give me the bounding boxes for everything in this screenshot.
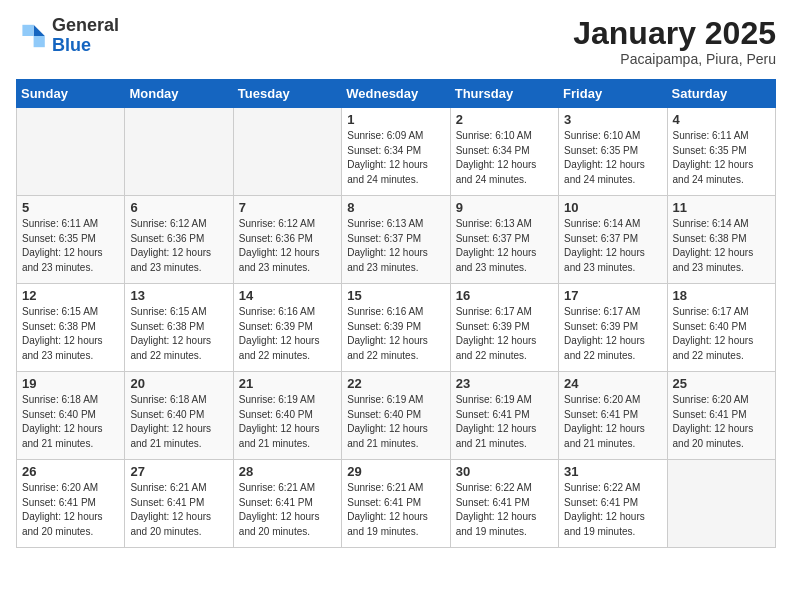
svg-marker-2 bbox=[22, 25, 33, 36]
day-info: Sunrise: 6:20 AM Sunset: 6:41 PM Dayligh… bbox=[22, 481, 119, 539]
calendar-cell: 28Sunrise: 6:21 AM Sunset: 6:41 PM Dayli… bbox=[233, 460, 341, 548]
location-title: Pacaipampa, Piura, Peru bbox=[573, 51, 776, 67]
day-info: Sunrise: 6:18 AM Sunset: 6:40 PM Dayligh… bbox=[22, 393, 119, 451]
day-info: Sunrise: 6:10 AM Sunset: 6:34 PM Dayligh… bbox=[456, 129, 553, 187]
calendar-cell: 5Sunrise: 6:11 AM Sunset: 6:35 PM Daylig… bbox=[17, 196, 125, 284]
calendar-cell: 13Sunrise: 6:15 AM Sunset: 6:38 PM Dayli… bbox=[125, 284, 233, 372]
calendar-week-1: 1Sunrise: 6:09 AM Sunset: 6:34 PM Daylig… bbox=[17, 108, 776, 196]
day-number: 15 bbox=[347, 288, 444, 303]
calendar-cell: 26Sunrise: 6:20 AM Sunset: 6:41 PM Dayli… bbox=[17, 460, 125, 548]
weekday-header-thursday: Thursday bbox=[450, 80, 558, 108]
day-number: 7 bbox=[239, 200, 336, 215]
day-number: 3 bbox=[564, 112, 661, 127]
calendar-cell: 29Sunrise: 6:21 AM Sunset: 6:41 PM Dayli… bbox=[342, 460, 450, 548]
day-number: 11 bbox=[673, 200, 770, 215]
calendar-week-3: 12Sunrise: 6:15 AM Sunset: 6:38 PM Dayli… bbox=[17, 284, 776, 372]
day-number: 2 bbox=[456, 112, 553, 127]
day-number: 31 bbox=[564, 464, 661, 479]
day-number: 5 bbox=[22, 200, 119, 215]
day-info: Sunrise: 6:21 AM Sunset: 6:41 PM Dayligh… bbox=[130, 481, 227, 539]
calendar-week-5: 26Sunrise: 6:20 AM Sunset: 6:41 PM Dayli… bbox=[17, 460, 776, 548]
day-info: Sunrise: 6:09 AM Sunset: 6:34 PM Dayligh… bbox=[347, 129, 444, 187]
day-number: 6 bbox=[130, 200, 227, 215]
day-number: 13 bbox=[130, 288, 227, 303]
day-info: Sunrise: 6:22 AM Sunset: 6:41 PM Dayligh… bbox=[456, 481, 553, 539]
calendar-cell: 24Sunrise: 6:20 AM Sunset: 6:41 PM Dayli… bbox=[559, 372, 667, 460]
day-number: 25 bbox=[673, 376, 770, 391]
weekday-header-friday: Friday bbox=[559, 80, 667, 108]
calendar-cell: 2Sunrise: 6:10 AM Sunset: 6:34 PM Daylig… bbox=[450, 108, 558, 196]
calendar-cell: 25Sunrise: 6:20 AM Sunset: 6:41 PM Dayli… bbox=[667, 372, 775, 460]
calendar-cell: 9Sunrise: 6:13 AM Sunset: 6:37 PM Daylig… bbox=[450, 196, 558, 284]
day-number: 24 bbox=[564, 376, 661, 391]
calendar-cell: 1Sunrise: 6:09 AM Sunset: 6:34 PM Daylig… bbox=[342, 108, 450, 196]
day-number: 18 bbox=[673, 288, 770, 303]
day-number: 29 bbox=[347, 464, 444, 479]
day-info: Sunrise: 6:21 AM Sunset: 6:41 PM Dayligh… bbox=[347, 481, 444, 539]
day-number: 27 bbox=[130, 464, 227, 479]
day-number: 20 bbox=[130, 376, 227, 391]
calendar-cell: 8Sunrise: 6:13 AM Sunset: 6:37 PM Daylig… bbox=[342, 196, 450, 284]
day-number: 28 bbox=[239, 464, 336, 479]
logo-icon bbox=[16, 20, 48, 52]
day-info: Sunrise: 6:15 AM Sunset: 6:38 PM Dayligh… bbox=[130, 305, 227, 363]
day-number: 16 bbox=[456, 288, 553, 303]
weekday-header-monday: Monday bbox=[125, 80, 233, 108]
day-number: 14 bbox=[239, 288, 336, 303]
day-info: Sunrise: 6:12 AM Sunset: 6:36 PM Dayligh… bbox=[239, 217, 336, 275]
day-info: Sunrise: 6:14 AM Sunset: 6:37 PM Dayligh… bbox=[564, 217, 661, 275]
calendar-cell bbox=[17, 108, 125, 196]
day-info: Sunrise: 6:19 AM Sunset: 6:41 PM Dayligh… bbox=[456, 393, 553, 451]
svg-marker-1 bbox=[34, 36, 45, 47]
logo-blue-text: Blue bbox=[52, 35, 91, 55]
calendar-cell: 12Sunrise: 6:15 AM Sunset: 6:38 PM Dayli… bbox=[17, 284, 125, 372]
day-info: Sunrise: 6:19 AM Sunset: 6:40 PM Dayligh… bbox=[347, 393, 444, 451]
day-info: Sunrise: 6:11 AM Sunset: 6:35 PM Dayligh… bbox=[22, 217, 119, 275]
calendar-cell: 10Sunrise: 6:14 AM Sunset: 6:37 PM Dayli… bbox=[559, 196, 667, 284]
calendar-cell: 22Sunrise: 6:19 AM Sunset: 6:40 PM Dayli… bbox=[342, 372, 450, 460]
logo-general-text: General bbox=[52, 15, 119, 35]
day-info: Sunrise: 6:11 AM Sunset: 6:35 PM Dayligh… bbox=[673, 129, 770, 187]
day-number: 1 bbox=[347, 112, 444, 127]
day-number: 4 bbox=[673, 112, 770, 127]
month-title: January 2025 bbox=[573, 16, 776, 51]
day-info: Sunrise: 6:21 AM Sunset: 6:41 PM Dayligh… bbox=[239, 481, 336, 539]
day-number: 22 bbox=[347, 376, 444, 391]
calendar-cell: 3Sunrise: 6:10 AM Sunset: 6:35 PM Daylig… bbox=[559, 108, 667, 196]
day-number: 12 bbox=[22, 288, 119, 303]
calendar-cell: 31Sunrise: 6:22 AM Sunset: 6:41 PM Dayli… bbox=[559, 460, 667, 548]
weekday-header-tuesday: Tuesday bbox=[233, 80, 341, 108]
day-info: Sunrise: 6:17 AM Sunset: 6:39 PM Dayligh… bbox=[564, 305, 661, 363]
day-info: Sunrise: 6:15 AM Sunset: 6:38 PM Dayligh… bbox=[22, 305, 119, 363]
day-info: Sunrise: 6:13 AM Sunset: 6:37 PM Dayligh… bbox=[456, 217, 553, 275]
weekday-header-saturday: Saturday bbox=[667, 80, 775, 108]
calendar-cell: 21Sunrise: 6:19 AM Sunset: 6:40 PM Dayli… bbox=[233, 372, 341, 460]
day-info: Sunrise: 6:16 AM Sunset: 6:39 PM Dayligh… bbox=[347, 305, 444, 363]
calendar-cell bbox=[125, 108, 233, 196]
day-info: Sunrise: 6:18 AM Sunset: 6:40 PM Dayligh… bbox=[130, 393, 227, 451]
day-number: 17 bbox=[564, 288, 661, 303]
calendar-week-2: 5Sunrise: 6:11 AM Sunset: 6:35 PM Daylig… bbox=[17, 196, 776, 284]
day-info: Sunrise: 6:10 AM Sunset: 6:35 PM Dayligh… bbox=[564, 129, 661, 187]
page-header: General Blue January 2025 Pacaipampa, Pi… bbox=[16, 16, 776, 67]
day-info: Sunrise: 6:20 AM Sunset: 6:41 PM Dayligh… bbox=[673, 393, 770, 451]
calendar-cell: 4Sunrise: 6:11 AM Sunset: 6:35 PM Daylig… bbox=[667, 108, 775, 196]
day-info: Sunrise: 6:16 AM Sunset: 6:39 PM Dayligh… bbox=[239, 305, 336, 363]
day-number: 26 bbox=[22, 464, 119, 479]
calendar-cell: 20Sunrise: 6:18 AM Sunset: 6:40 PM Dayli… bbox=[125, 372, 233, 460]
calendar-cell: 11Sunrise: 6:14 AM Sunset: 6:38 PM Dayli… bbox=[667, 196, 775, 284]
day-number: 23 bbox=[456, 376, 553, 391]
day-info: Sunrise: 6:22 AM Sunset: 6:41 PM Dayligh… bbox=[564, 481, 661, 539]
day-info: Sunrise: 6:12 AM Sunset: 6:36 PM Dayligh… bbox=[130, 217, 227, 275]
calendar-cell: 17Sunrise: 6:17 AM Sunset: 6:39 PM Dayli… bbox=[559, 284, 667, 372]
weekday-header-wednesday: Wednesday bbox=[342, 80, 450, 108]
day-number: 21 bbox=[239, 376, 336, 391]
day-number: 9 bbox=[456, 200, 553, 215]
day-info: Sunrise: 6:20 AM Sunset: 6:41 PM Dayligh… bbox=[564, 393, 661, 451]
day-info: Sunrise: 6:13 AM Sunset: 6:37 PM Dayligh… bbox=[347, 217, 444, 275]
weekday-header-sunday: Sunday bbox=[17, 80, 125, 108]
day-number: 10 bbox=[564, 200, 661, 215]
calendar-cell: 27Sunrise: 6:21 AM Sunset: 6:41 PM Dayli… bbox=[125, 460, 233, 548]
calendar-cell: 6Sunrise: 6:12 AM Sunset: 6:36 PM Daylig… bbox=[125, 196, 233, 284]
title-block: January 2025 Pacaipampa, Piura, Peru bbox=[573, 16, 776, 67]
